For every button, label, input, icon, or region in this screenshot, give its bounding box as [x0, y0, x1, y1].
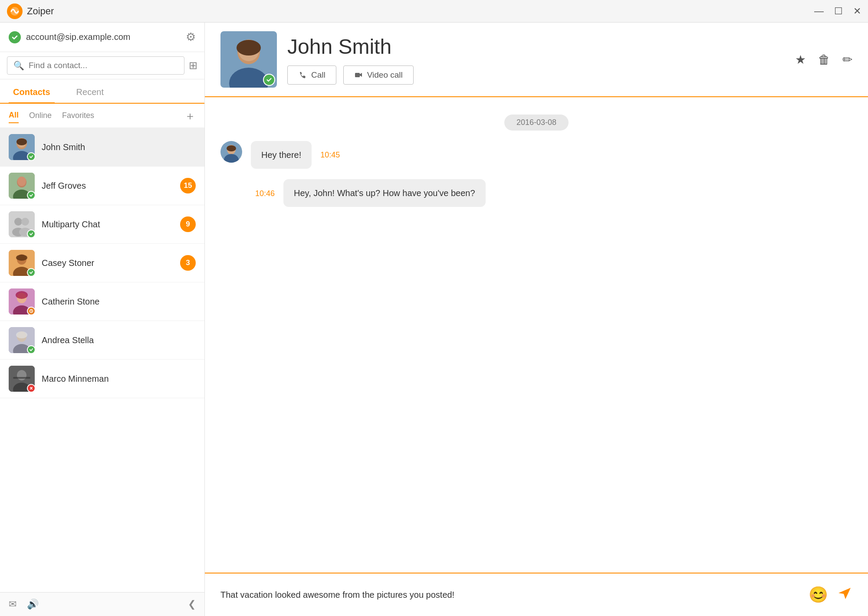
titlebar-left: Zoiper — [7, 3, 54, 19]
search-input[interactable] — [29, 61, 178, 70]
contact-name-catherin: Catherin Stone — [42, 297, 196, 307]
message-row-2: 10:46 Hey, John! What's up? How have you… — [220, 179, 852, 207]
settings-icon[interactable]: ⚙ — [186, 30, 196, 44]
avatar-wrap-andrea — [9, 327, 35, 353]
check-icon-small — [29, 270, 33, 275]
edit-button[interactable]: ✏ — [842, 52, 852, 67]
tab-recent[interactable]: Recent — [72, 87, 108, 104]
message-input[interactable] — [220, 590, 800, 600]
svg-point-28 — [16, 331, 27, 338]
chat-messages: 2016-03-08 Hey there! 10:45 10:46 Hey, — [205, 97, 868, 573]
tab-contacts[interactable]: Contacts — [9, 87, 55, 104]
clock-icon-small — [29, 309, 33, 313]
search-icon: 🔍 — [13, 60, 24, 71]
search-input-wrap: 🔍 — [7, 56, 184, 75]
msg-avatar-john — [220, 141, 242, 163]
contact-item-marco-minneman[interactable]: Marco Minneman — [0, 360, 204, 398]
check-icon-header — [266, 77, 272, 83]
contact-item-jeff-groves[interactable]: Jeff Groves 15 — [0, 167, 204, 205]
sidebar-footer: ✉ 🔊 ❮ — [0, 592, 204, 616]
account-info: account@sip.example.com — [9, 31, 130, 43]
message-row-1: Hey there! 10:45 — [220, 141, 852, 169]
titlebar: Zoiper — ☐ ✕ — [0, 0, 868, 23]
app-logo — [7, 3, 23, 19]
star-button[interactable]: ★ — [795, 52, 806, 67]
window-controls: — ☐ ✕ — [814, 7, 861, 16]
search-bar: 🔍 ⊞ — [0, 52, 204, 79]
chat-area: John Smith Call Video call — [205, 23, 868, 616]
contact-name-casey: Casey Stoner — [42, 258, 173, 268]
account-status-icon — [9, 31, 21, 43]
chat-input-area: 😊 — [205, 573, 868, 616]
svg-point-37 — [237, 40, 261, 56]
status-dot-multi — [27, 229, 36, 238]
svg-point-10 — [17, 177, 26, 186]
status-dot-andrea — [27, 345, 36, 354]
video-call-button[interactable]: Video call — [343, 66, 414, 85]
filter-favorites[interactable]: Favorites — [62, 108, 94, 123]
account-bar: account@sip.example.com ⚙ — [0, 23, 204, 52]
call-button[interactable]: Call — [287, 66, 336, 85]
svg-rect-32 — [13, 377, 30, 379]
chat-contact-name: John Smith — [287, 35, 414, 59]
account-email: account@sip.example.com — [26, 32, 130, 42]
avatar-wrap-casey — [9, 250, 35, 276]
msg-bubble-2: Hey, John! What's up? How have you've be… — [283, 179, 486, 207]
check-icon-small — [29, 232, 33, 236]
badge-multi: 9 — [180, 216, 196, 232]
filter-tabs: All Online Favorites ＋ — [0, 104, 204, 128]
video-call-label: Video call — [367, 70, 403, 80]
contact-item-andrea-stella[interactable]: Andrea Stella — [0, 321, 204, 360]
badge-jeff: 15 — [180, 178, 196, 193]
status-dot-casey — [27, 268, 36, 277]
video-icon — [354, 71, 363, 79]
contact-item-casey-stoner[interactable]: Casey Stoner 3 — [0, 244, 204, 282]
maximize-button[interactable]: ☐ — [834, 7, 843, 16]
check-icon — [11, 34, 18, 41]
delete-button[interactable]: 🗑 — [818, 52, 830, 67]
x-icon-small — [29, 386, 33, 390]
volume-icon[interactable]: 🔊 — [27, 599, 39, 610]
contact-item-john-smith[interactable]: John Smith — [0, 128, 204, 167]
send-button[interactable] — [837, 585, 852, 605]
svg-point-13 — [21, 218, 29, 226]
contact-list: John Smith — [0, 128, 204, 592]
avatar-wrap-multi — [9, 211, 35, 237]
contact-name-jeff: Jeff Groves — [42, 181, 173, 191]
chat-contact-info: John Smith Call Video call — [287, 35, 414, 85]
contact-item-catherin-stone[interactable]: Catherin Stone — [0, 282, 204, 321]
avatar-wrap-john — [9, 134, 35, 160]
collapse-button[interactable]: ❮ — [188, 599, 196, 610]
svg-point-19 — [16, 255, 27, 261]
sidebar-tabs: Contacts Recent — [0, 79, 204, 104]
filter-online[interactable]: Online — [29, 108, 52, 123]
contact-name-andrea: Andrea Stella — [42, 335, 196, 345]
status-dot-jeff — [27, 191, 36, 200]
date-divider: 2016-03-08 — [504, 115, 569, 131]
app-body: account@sip.example.com ⚙ 🔍 ⊞ Contacts R… — [0, 23, 868, 616]
grid-icon[interactable]: ⊞ — [189, 59, 197, 72]
contact-name-multi: Multiparty Chat — [42, 220, 173, 229]
svg-point-6 — [16, 138, 27, 145]
mail-icon[interactable]: ✉ — [9, 599, 16, 610]
input-actions: 😊 — [809, 585, 852, 605]
call-label: Call — [311, 70, 326, 80]
send-icon-svg — [837, 585, 852, 601]
contact-item-multiparty[interactable]: Multiparty Chat 9 — [0, 205, 204, 244]
phone-icon — [298, 71, 307, 79]
contact-name-john: John Smith — [42, 142, 196, 152]
close-button[interactable]: ✕ — [853, 7, 861, 16]
chat-header-right: ★ 🗑 ✏ — [795, 52, 852, 67]
msg-time-1: 10:45 — [320, 151, 340, 160]
emoji-button[interactable]: 😊 — [809, 586, 828, 604]
filter-all[interactable]: All — [9, 108, 19, 123]
status-dot-marco — [27, 384, 36, 393]
svg-point-12 — [14, 218, 22, 226]
minimize-button[interactable]: — — [814, 7, 824, 16]
msg-time-2: 10:46 — [255, 189, 275, 198]
check-icon-small — [29, 154, 33, 159]
sidebar: account@sip.example.com ⚙ 🔍 ⊞ Contacts R… — [0, 23, 205, 616]
add-contact-button[interactable]: ＋ — [184, 110, 196, 121]
svg-point-23 — [16, 291, 28, 299]
chat-avatar-status — [263, 74, 275, 86]
